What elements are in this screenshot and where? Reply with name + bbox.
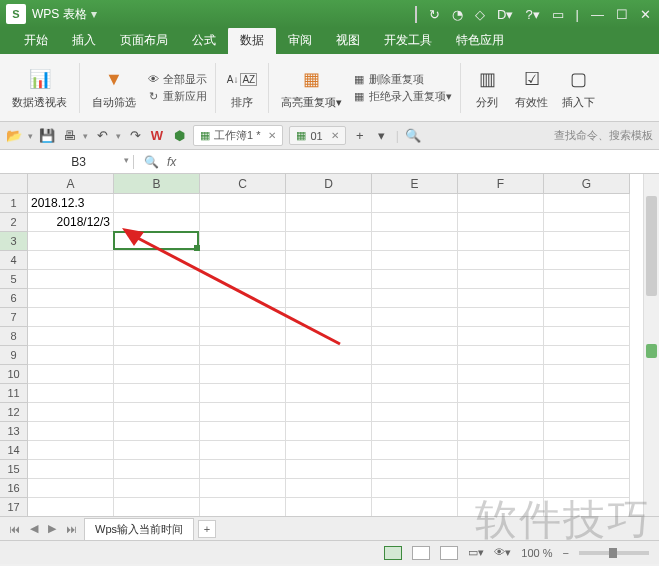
search-placeholder[interactable]: 查找命令、搜索模板 [554, 128, 653, 143]
col-header-E[interactable]: E [372, 174, 458, 194]
zoom-out-icon[interactable]: − [563, 547, 569, 559]
cell-A2[interactable]: 2018/12/3 [28, 213, 114, 232]
cell-D16[interactable] [286, 479, 372, 498]
scroll-thumb[interactable] [646, 196, 657, 296]
cell-C14[interactable] [200, 441, 286, 460]
cell-D6[interactable] [286, 289, 372, 308]
cell-E6[interactable] [372, 289, 458, 308]
cell-C11[interactable] [200, 384, 286, 403]
cell-A5[interactable] [28, 270, 114, 289]
pivot-button[interactable]: 📊 数据透视表 [8, 65, 71, 110]
cell-C17[interactable] [200, 498, 286, 516]
cell-A9[interactable] [28, 346, 114, 365]
sheet-nav-next-icon[interactable]: ▶ [45, 522, 59, 535]
zoom-slider[interactable] [579, 551, 649, 555]
cell-G15[interactable] [544, 460, 630, 479]
cell-A12[interactable] [28, 403, 114, 422]
cell-F6[interactable] [458, 289, 544, 308]
cell-D11[interactable] [286, 384, 372, 403]
cell-C8[interactable] [200, 327, 286, 346]
cell-G10[interactable] [544, 365, 630, 384]
wps-w-icon[interactable]: W [149, 128, 165, 144]
cell-D17[interactable] [286, 498, 372, 516]
cell-F15[interactable] [458, 460, 544, 479]
cell-C13[interactable] [200, 422, 286, 441]
tab-data[interactable]: 数据 [228, 27, 276, 54]
cell-E8[interactable] [372, 327, 458, 346]
eye-icon[interactable]: 👁▾ [494, 546, 511, 559]
zoom-value[interactable]: 100 % [521, 547, 552, 559]
cell-D2[interactable] [286, 213, 372, 232]
cell-A4[interactable] [28, 251, 114, 270]
col-header-B[interactable]: B [114, 174, 200, 194]
doc1-close-icon[interactable]: ✕ [268, 130, 276, 141]
cell-F3[interactable] [458, 232, 544, 251]
cell-A17[interactable] [28, 498, 114, 516]
cell-C10[interactable] [200, 365, 286, 384]
cell-E4[interactable] [372, 251, 458, 270]
cell-B10[interactable] [114, 365, 200, 384]
cell-D3[interactable] [286, 232, 372, 251]
cell-F12[interactable] [458, 403, 544, 422]
cell-C16[interactable] [200, 479, 286, 498]
cell-F14[interactable] [458, 441, 544, 460]
diamond-icon[interactable]: ◇ [475, 7, 485, 22]
cell-E9[interactable] [372, 346, 458, 365]
col-header-D[interactable]: D [286, 174, 372, 194]
add-tab-icon[interactable]: + [352, 128, 368, 144]
cell-F13[interactable] [458, 422, 544, 441]
cell-G12[interactable] [544, 403, 630, 422]
col-header-C[interactable]: C [200, 174, 286, 194]
cell-E11[interactable] [372, 384, 458, 403]
cell-C15[interactable] [200, 460, 286, 479]
doc-tab-2[interactable]: ▦ 01 ✕ [289, 126, 345, 145]
cell-E2[interactable] [372, 213, 458, 232]
cell-A15[interactable] [28, 460, 114, 479]
row-header-14[interactable]: 14 [0, 441, 28, 460]
cell-F1[interactable] [458, 194, 544, 213]
undo-icon[interactable]: ↶ [94, 128, 110, 144]
tab-special[interactable]: 特色应用 [444, 27, 516, 54]
cell-B3[interactable] [114, 232, 200, 251]
cell-C5[interactable] [200, 270, 286, 289]
minimize-icon[interactable]: — [591, 7, 604, 22]
cell-E1[interactable] [372, 194, 458, 213]
showall-button[interactable]: 👁全部显示 [146, 72, 207, 87]
cell-B4[interactable] [114, 251, 200, 270]
cell-C3[interactable] [200, 232, 286, 251]
row-header-4[interactable]: 4 [0, 251, 28, 270]
cell-B12[interactable] [114, 403, 200, 422]
cell-G3[interactable] [544, 232, 630, 251]
doc-icon[interactable] [415, 7, 417, 22]
row-header-10[interactable]: 10 [0, 365, 28, 384]
row-header-15[interactable]: 15 [0, 460, 28, 479]
cell-A14[interactable] [28, 441, 114, 460]
reading-mode-icon[interactable]: ▭▾ [468, 546, 484, 559]
fx-icon[interactable]: fx [167, 155, 176, 169]
cell-E14[interactable] [372, 441, 458, 460]
cell-C6[interactable] [200, 289, 286, 308]
add-sheet-icon[interactable]: + [198, 520, 216, 538]
restore-icon[interactable]: ▭ [552, 7, 564, 22]
help-icon[interactable]: ?▾ [525, 7, 539, 22]
row-header-17[interactable]: 17 [0, 498, 28, 516]
reapply-button[interactable]: ↻重新应用 [146, 89, 207, 104]
cell-C7[interactable] [200, 308, 286, 327]
row-header-9[interactable]: 9 [0, 346, 28, 365]
cell-E15[interactable] [372, 460, 458, 479]
reject-dup-button[interactable]: ▦拒绝录入重复项▾ [352, 89, 452, 104]
cell-B1[interactable] [114, 194, 200, 213]
cell-A3[interactable] [28, 232, 114, 251]
cell-A7[interactable] [28, 308, 114, 327]
row-header-6[interactable]: 6 [0, 289, 28, 308]
name-box[interactable]: B3 [24, 155, 134, 169]
cell-B11[interactable] [114, 384, 200, 403]
cell-B13[interactable] [114, 422, 200, 441]
sort-button[interactable]: A↓AZ 排序 [224, 65, 260, 110]
row-header-7[interactable]: 7 [0, 308, 28, 327]
cell-F9[interactable] [458, 346, 544, 365]
cell-G11[interactable] [544, 384, 630, 403]
sheet-nav-first-icon[interactable]: ⏮ [6, 523, 23, 535]
cell-F11[interactable] [458, 384, 544, 403]
row-header-1[interactable]: 1 [0, 194, 28, 213]
